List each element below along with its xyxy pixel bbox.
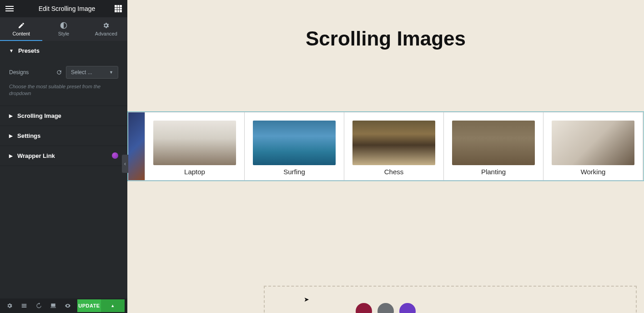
- presets-hint: Choose the most suitable preset from the…: [9, 83, 118, 97]
- card-caption: Surfing: [253, 168, 336, 176]
- carousel-card[interactable]: Chess: [344, 112, 444, 181]
- footer-circle-button[interactable]: [399, 303, 416, 313]
- card-caption: Working: [552, 168, 634, 176]
- footer-circle-button[interactable]: [377, 303, 394, 313]
- carousel-card[interactable]: Surfing: [244, 112, 344, 181]
- carousel-card-partial[interactable]: [128, 112, 145, 181]
- footer-action-buttons: [356, 303, 416, 313]
- image-thumbnail: [352, 121, 435, 165]
- footer-circle-button[interactable]: [356, 303, 372, 313]
- pencil-icon: [18, 22, 25, 29]
- image-thumbnail: [452, 121, 535, 165]
- caret-right-icon: ▶: [9, 133, 13, 138]
- caret-right-icon: ▶: [9, 113, 13, 118]
- carousel-card[interactable]: Laptop: [145, 112, 245, 181]
- section-wrapper-link-header[interactable]: ▶ Wrapper Link: [0, 146, 127, 166]
- card-caption: Chess: [352, 168, 435, 176]
- card-caption: Planting: [452, 168, 535, 176]
- editor-sidebar: Edit Scrolling Image Content Style Advan…: [0, 0, 127, 313]
- settings-button[interactable]: [3, 299, 16, 313]
- carousel-card[interactable]: Planting: [443, 112, 543, 181]
- carousel-track: Laptop Surfing Chess Planting Working: [128, 112, 644, 181]
- section-wrapper-link: ▶ Wrapper Link: [0, 146, 127, 166]
- section-settings-header[interactable]: ▶ Settings: [0, 126, 127, 146]
- section-presets-body: Designs Select ... ▼ Choose the most sui…: [0, 61, 127, 106]
- wrapper-link-indicator-icon: [112, 152, 118, 159]
- image-thumbnail: [128, 112, 145, 180]
- tab-content[interactable]: Content: [0, 17, 42, 41]
- sidebar-header: Edit Scrolling Image: [0, 0, 127, 17]
- panel-title: Edit Scrolling Image: [19, 5, 115, 12]
- add-section-dropzone[interactable]: [264, 286, 637, 313]
- image-thumbnail: [552, 121, 634, 165]
- widgets-grid-icon[interactable]: [115, 5, 122, 12]
- section-scrolling-image: ▶ Scrolling Image: [0, 106, 127, 126]
- history-button[interactable]: [32, 299, 45, 313]
- chevron-down-icon: ▼: [109, 70, 113, 75]
- responsive-button[interactable]: [46, 299, 60, 313]
- scrolling-image-widget[interactable]: Laptop Surfing Chess Planting Working: [127, 111, 644, 181]
- section-presets: ▼ Presets Designs Select ... ▼ Choose th…: [0, 41, 127, 106]
- update-button[interactable]: UPDATE: [77, 299, 101, 312]
- section-settings: ▶ Settings: [0, 126, 127, 146]
- contrast-icon: [60, 22, 67, 29]
- caret-down-icon: ▼: [9, 48, 14, 53]
- update-options-button[interactable]: ▲: [101, 299, 125, 312]
- navigator-button[interactable]: [17, 299, 31, 313]
- designs-select[interactable]: Select ... ▼: [66, 66, 118, 79]
- card-caption: Laptop: [153, 168, 236, 176]
- section-presets-header[interactable]: ▼ Presets: [0, 41, 127, 61]
- image-thumbnail: [253, 121, 336, 165]
- tab-bar: Content Style Advanced: [0, 17, 127, 41]
- gear-icon: [102, 22, 110, 29]
- collapse-sidebar-handle[interactable]: [122, 155, 128, 173]
- image-thumbnail: [153, 121, 236, 165]
- tab-style[interactable]: Style: [42, 17, 85, 41]
- sidebar-footer: UPDATE ▲: [0, 298, 127, 313]
- designs-label: Designs: [9, 69, 56, 76]
- refresh-icon[interactable]: [56, 69, 62, 76]
- menu-icon[interactable]: [5, 5, 14, 13]
- caret-right-icon: ▶: [9, 153, 13, 158]
- preview-canvas: Scrolling Images Laptop Surfing Chess Pl…: [127, 0, 644, 313]
- preview-button[interactable]: [61, 299, 75, 313]
- page-title: Scrolling Images: [127, 27, 644, 50]
- carousel-card[interactable]: Working: [543, 112, 643, 181]
- tab-advanced[interactable]: Advanced: [85, 17, 127, 41]
- section-scrolling-image-header[interactable]: ▶ Scrolling Image: [0, 106, 127, 126]
